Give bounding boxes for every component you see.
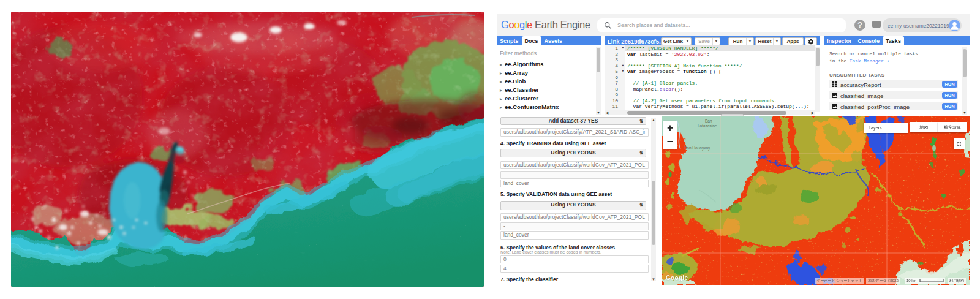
svg-text:Ban: Ban (705, 119, 712, 123)
svg-text:Latasasine: Latasasine (698, 124, 717, 128)
svg-text:Ban Houayxay: Ban Houayxay (684, 146, 710, 151)
